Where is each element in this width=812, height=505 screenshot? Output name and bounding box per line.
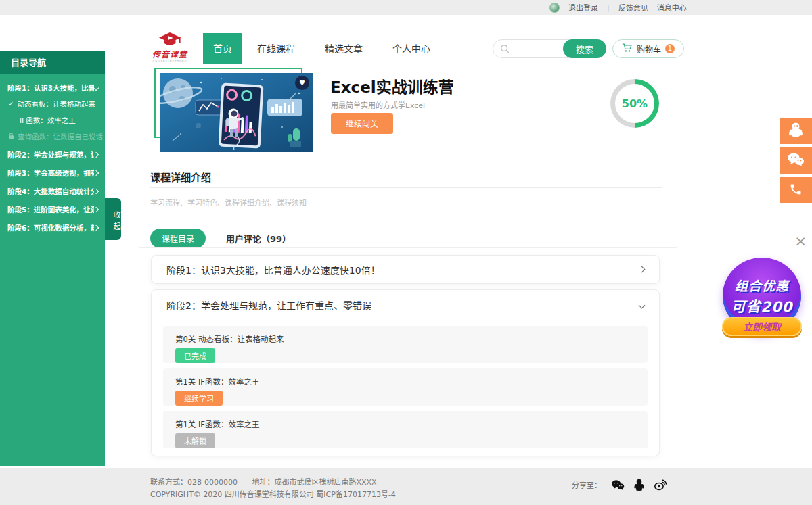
- topbar-divider: |: [607, 3, 610, 12]
- chevron-down-icon: [639, 302, 646, 308]
- search-button[interactable]: 搜索: [563, 39, 606, 58]
- chevron-right-icon: [93, 188, 99, 193]
- share-wechat-icon[interactable]: [611, 479, 625, 491]
- catalog-sidebar: 目录导航 阶段1：认识3大技能，比普通人... ✓ 动态看板：让表格动起来 IF…: [0, 51, 105, 466]
- stage-card-1[interactable]: 阶段1：认识3大技能，比普通人办公速度快10倍！: [151, 255, 660, 284]
- share-qq-icon[interactable]: [634, 479, 644, 491]
- stage-card-2: 阶段2：学会处理与规范，让工作有重点、零错误 第0关 动态看板：让表格动起来 已…: [151, 289, 660, 456]
- course-cover-image[interactable]: [160, 73, 313, 152]
- progress-ring: 50%: [610, 79, 659, 128]
- logo-title: 传音课堂: [139, 51, 200, 59]
- footer-contact: 联系方式：028-0000000: [150, 478, 238, 487]
- sidebar-stage-1[interactable]: 阶段1：认识3大技能，比普通人...: [7, 82, 98, 93]
- favorite-heart-icon[interactable]: ♥: [295, 76, 309, 90]
- share-weibo-icon[interactable]: [654, 479, 667, 491]
- top-bar: 退出登录 | 反馈意见 消息中心: [0, 0, 812, 15]
- site-logo[interactable]: 传音课堂 CHUANYINKETANG: [139, 32, 200, 63]
- tab-user-comments[interactable]: 用户评论（99）: [226, 232, 291, 245]
- sidebar-stage-6[interactable]: 阶段6：可视化数据分析，帮老板...: [7, 222, 98, 233]
- continue-button[interactable]: 继续闯关: [331, 113, 393, 134]
- status-badge-done: 已完成: [175, 348, 215, 363]
- cart-label: 购物车: [637, 43, 661, 55]
- chevron-right-icon: [93, 224, 99, 230]
- chevron-down-icon: [93, 85, 99, 90]
- detail-tabs: 课程目录 用户评论（99）: [150, 229, 291, 248]
- user-avatar[interactable]: [549, 3, 560, 13]
- footer-contact-line: 联系方式：028-0000000 地址：成都市武侯区槐树店南路XXXX: [150, 476, 389, 487]
- header: 传音课堂 CHUANYINKETANG 首页 在线课程 精选文章 个人中心 搜索…: [0, 15, 812, 51]
- detail-heading: 课程详细介绍: [150, 170, 211, 184]
- cart-button[interactable]: 购物车 1: [612, 39, 684, 58]
- footer: 联系方式：028-0000000 地址：成都市武侯区槐树店南路XXXX COPY…: [0, 468, 812, 505]
- chevron-right-icon: [639, 266, 646, 273]
- detail-meta: 学习流程、学习特色、课程详细介绍、课程须知: [150, 197, 307, 208]
- divider: [139, 247, 677, 248]
- status-badge-locked: 未解锁: [175, 433, 215, 448]
- nav-home[interactable]: 首页: [203, 33, 242, 64]
- graduation-cap-icon: [158, 38, 182, 51]
- wechat-icon: [787, 152, 805, 170]
- promo-claim-button[interactable]: 立即领取: [722, 317, 802, 336]
- promo-line2: 可省200: [731, 295, 793, 316]
- sidebar-title: 目录导航: [0, 51, 105, 74]
- top-bar-links: 退出登录 | 反馈意见 消息中心: [549, 0, 687, 15]
- chevron-right-icon: [93, 170, 99, 175]
- sidebar-stage-3[interactable]: 阶段3：学会高级透视，拥有同时...: [7, 168, 98, 178]
- course-subtitle: 用最简单实用的方式学Excel: [331, 99, 425, 110]
- share-bar: 分享至：: [572, 479, 667, 491]
- sidebar-stage-4[interactable]: 阶段4：大批数据自动统计分析，...: [7, 186, 98, 196]
- footer-address: 地址：成都市武侯区槐树店南路XXXX: [252, 478, 376, 487]
- page: 退出登录 | 反馈意见 消息中心 传音课堂 CHUANYINKETANG 首页 …: [0, 0, 812, 505]
- progress-percent: 50%: [615, 84, 654, 123]
- lesson-item-0[interactable]: 第0关 动态看板：让表格动起来 已完成: [163, 326, 648, 363]
- divider: [150, 187, 662, 188]
- main-nav: 首页 在线课程 精选文章 个人中心: [203, 33, 445, 64]
- status-badge-continue[interactable]: 继续学习: [175, 391, 223, 406]
- promo-close-icon[interactable]: ×: [794, 234, 807, 249]
- qq-contact-button[interactable]: [780, 118, 812, 144]
- chevron-right-icon: [93, 151, 99, 157]
- sidebar-lesson-dashboard[interactable]: ✓ 动态看板：让表格动起来: [8, 99, 101, 109]
- course-title: Excel实战训练营: [330, 74, 454, 97]
- search-icon: [500, 44, 510, 53]
- cart-icon: [622, 43, 633, 55]
- lock-icon: [8, 133, 14, 141]
- search-input[interactable]: [510, 44, 564, 53]
- stage-2-title: 阶段2：学会处理与规范，让工作有重点、零错误: [166, 298, 371, 312]
- wechat-contact-button[interactable]: [780, 147, 812, 174]
- sidebar-lesson-if[interactable]: IF函数：效率之王: [8, 115, 101, 125]
- sidebar-stage-5[interactable]: 阶段5：进阶图表美化，让汇报一...: [7, 204, 98, 214]
- feedback-link[interactable]: 反馈意见: [618, 2, 648, 13]
- stage-1-title: 阶段1：认识3大技能，比普通人办公速度快10倍！: [166, 263, 380, 276]
- qq-icon: [788, 122, 803, 141]
- sidebar-collapse-button[interactable]: 收起: [105, 198, 121, 240]
- chevron-right-icon: [93, 206, 99, 212]
- nav-personal-center[interactable]: 个人中心: [378, 33, 445, 64]
- promo-line1: 组合优惠: [735, 276, 789, 294]
- search-box: 搜索: [493, 39, 606, 58]
- share-label: 分享至：: [572, 479, 602, 490]
- message-center-link[interactable]: 消息中心: [657, 2, 687, 13]
- lesson-item-2[interactable]: 第1关 IF函数：效率之王 未解锁: [163, 411, 648, 448]
- nav-featured-articles[interactable]: 精选文章: [310, 33, 378, 64]
- logout-link[interactable]: 退出登录: [568, 2, 598, 13]
- lesson-item-1[interactable]: 第1关 IF函数：效率之王 继续学习: [163, 368, 648, 406]
- tab-course-catalog[interactable]: 课程目录: [150, 229, 206, 248]
- cart-count-badge: 1: [665, 44, 675, 53]
- nav-online-courses[interactable]: 在线课程: [242, 33, 310, 64]
- check-icon: ✓: [8, 100, 14, 107]
- phone-contact-button[interactable]: [780, 177, 812, 203]
- phone-icon: [789, 183, 803, 199]
- sidebar-lesson-locked[interactable]: 查询函数：让数据自己说话: [8, 131, 101, 141]
- sidebar-stage-2[interactable]: 阶段2：学会处理与规范，让工作...: [7, 149, 98, 160]
- footer-copyright: COPYRIGHT© 2020 四川传音课堂科技有限公司 蜀ICP备170177…: [150, 488, 396, 499]
- logo-subtitle: CHUANYINKETANG: [139, 59, 200, 63]
- stage-2-header[interactable]: 阶段2：学会处理与规范，让工作有重点、零错误: [152, 290, 659, 320]
